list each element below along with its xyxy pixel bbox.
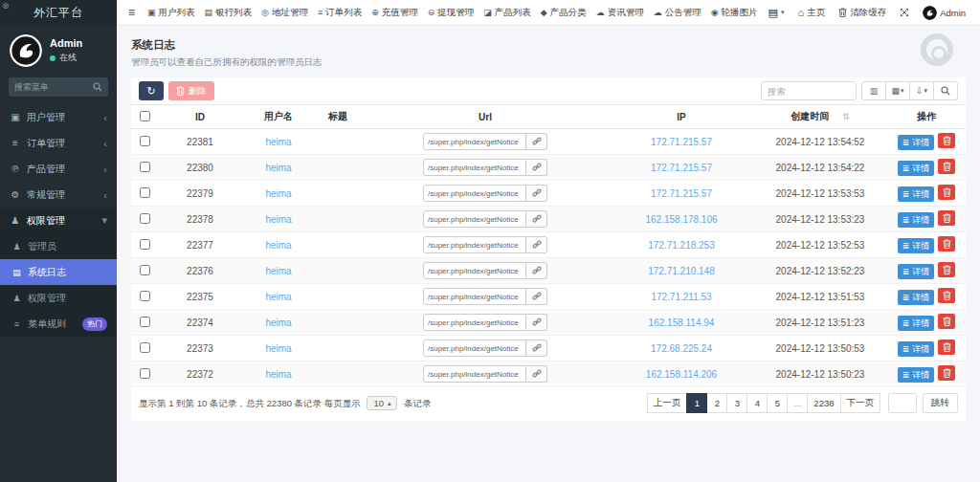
row-checkbox[interactable] xyxy=(140,213,150,224)
settings-gear-icon[interactable]: ⚙ xyxy=(973,0,980,26)
prev-page-button[interactable]: 上一页 xyxy=(647,393,688,413)
row-delete-button[interactable] xyxy=(938,133,955,148)
link-button[interactable] xyxy=(526,288,547,305)
ip-link[interactable]: 172.71.215.57 xyxy=(651,163,712,173)
url-input[interactable] xyxy=(423,133,526,150)
toggle-view-button[interactable]: ▥ xyxy=(861,81,886,100)
url-input[interactable] xyxy=(423,159,526,176)
row-delete-button[interactable] xyxy=(938,159,955,174)
delete-button[interactable]: 删除 xyxy=(168,81,214,100)
refresh-button[interactable]: ↻ xyxy=(139,81,164,100)
ip-link[interactable]: 172.71.210.148 xyxy=(648,266,715,276)
detail-button[interactable]: ≣详情 xyxy=(898,367,935,383)
page-button-1[interactable]: 1 xyxy=(686,393,707,413)
nav-item-product-category[interactable]: ◆ 产品分类 xyxy=(536,0,591,26)
username-link[interactable]: heima xyxy=(265,343,291,354)
link-button[interactable] xyxy=(526,365,547,383)
nav-item-address-management[interactable]: ◎ 地址管理 xyxy=(256,0,313,26)
sidebar-subitem-system-log[interactable]: ▤ 系统日志 xyxy=(0,259,117,285)
link-button[interactable] xyxy=(526,340,547,357)
row-checkbox[interactable] xyxy=(140,368,150,379)
username-link[interactable]: heima xyxy=(265,214,291,225)
ip-link[interactable]: 172.68.225.24 xyxy=(651,343,712,354)
nav-item-recharge-management[interactable]: ⊕ 充值管理 xyxy=(367,0,423,26)
sidebar-item-user-management[interactable]: ▣ 用户管理 ‹ xyxy=(0,104,117,130)
username-link[interactable]: heima xyxy=(265,369,291,380)
fullscreen-button[interactable] xyxy=(894,0,915,26)
ip-link[interactable]: 162.158.114.94 xyxy=(649,318,715,328)
hamburger-icon[interactable]: ≡ xyxy=(121,6,143,19)
page-button-3[interactable]: 3 xyxy=(726,393,747,413)
home-button[interactable]: ⌂主页 xyxy=(791,0,831,26)
sidebar-item-permission-management[interactable]: ♟ 权限管理 ▾ xyxy=(0,208,117,233)
link-button[interactable] xyxy=(526,210,547,228)
url-input[interactable] xyxy=(423,314,526,331)
row-checkbox[interactable] xyxy=(140,162,150,172)
row-delete-button[interactable] xyxy=(938,365,955,381)
ip-link[interactable]: 172.71.215.57 xyxy=(651,137,712,147)
per-page-select[interactable]: 10▴ xyxy=(367,396,397,410)
detail-button[interactable]: ≣详情 xyxy=(898,290,935,305)
url-input[interactable] xyxy=(423,288,526,305)
ip-link[interactable]: 172.71.215.57 xyxy=(651,188,712,199)
page-button-4[interactable]: 4 xyxy=(746,393,768,413)
col-created[interactable]: 创建时间⇅ xyxy=(753,105,887,129)
sidebar-subitem-permission-management-sub[interactable]: ♟ 权限管理 xyxy=(0,285,117,311)
clear-cache-button[interactable]: 清除缓存 xyxy=(833,0,892,26)
nav-item-announcement-management[interactable]: ☁ 公告管理 xyxy=(649,0,706,26)
ip-link[interactable]: 162.158.114.206 xyxy=(646,369,717,380)
detail-button[interactable]: ≣详情 xyxy=(898,316,935,331)
ip-link[interactable]: 172.71.218.253 xyxy=(648,240,715,251)
sidebar-item-order-management[interactable]: ≡ 订单管理 ‹ xyxy=(0,130,117,156)
row-delete-button[interactable] xyxy=(938,185,955,200)
row-checkbox[interactable] xyxy=(140,342,150,353)
nav-item-product-list[interactable]: ◪ 产品列表 xyxy=(479,0,536,26)
username-link[interactable]: heima xyxy=(265,137,291,147)
row-delete-button[interactable] xyxy=(938,340,955,355)
sidebar-search-input[interactable] xyxy=(14,82,93,92)
sidebar-item-general-management[interactable]: ⚙ 常规管理 ‹ xyxy=(0,182,117,208)
link-button[interactable] xyxy=(526,133,547,150)
row-delete-button[interactable] xyxy=(938,288,955,303)
link-button[interactable] xyxy=(526,262,547,279)
url-input[interactable] xyxy=(423,365,526,383)
page-button-2[interactable]: 2 xyxy=(706,393,727,413)
detail-button[interactable]: ≣详情 xyxy=(898,264,935,279)
link-button[interactable] xyxy=(526,314,547,331)
link-button[interactable] xyxy=(526,236,547,253)
table-search-input[interactable] xyxy=(761,81,857,100)
ip-link[interactable]: 162.158.178.106 xyxy=(645,214,717,225)
jump-page-input[interactable] xyxy=(888,393,917,413)
detail-button[interactable]: ≣详情 xyxy=(898,341,935,357)
nav-item-order-list[interactable]: ≡ 订单列表 xyxy=(313,0,367,26)
url-input[interactable] xyxy=(423,185,526,202)
row-checkbox[interactable] xyxy=(140,265,150,275)
detail-button[interactable]: ≣详情 xyxy=(898,135,935,150)
next-page-button[interactable]: 下一页 xyxy=(840,393,881,413)
username-link[interactable]: heima xyxy=(265,266,291,276)
nav-item-carousel-images[interactable]: ◉ 轮播图片 xyxy=(706,0,763,26)
nav-item-news-management[interactable]: ☁ 资讯管理 xyxy=(591,0,649,26)
page-button-2238[interactable]: 2238 xyxy=(807,393,840,413)
url-input[interactable] xyxy=(423,236,526,253)
row-checkbox[interactable] xyxy=(140,317,150,327)
username-link[interactable]: heima xyxy=(265,188,291,199)
link-button[interactable] xyxy=(526,185,547,202)
url-input[interactable] xyxy=(423,262,526,279)
user-menu[interactable]: Admin xyxy=(917,0,971,26)
row-delete-button[interactable] xyxy=(938,236,955,252)
detail-button[interactable]: ≣详情 xyxy=(898,161,935,176)
username-link[interactable]: heima xyxy=(265,292,291,302)
export-button[interactable]: ⇩▾ xyxy=(909,81,934,100)
ip-link[interactable]: 172.71.211.53 xyxy=(651,292,711,302)
username-link[interactable]: heima xyxy=(265,163,291,173)
username-link[interactable]: heima xyxy=(265,318,291,328)
select-all-checkbox[interactable] xyxy=(140,111,150,121)
row-checkbox[interactable] xyxy=(140,239,150,250)
row-checkbox[interactable] xyxy=(140,291,150,301)
row-delete-button[interactable] xyxy=(938,314,955,329)
columns-button[interactable]: ▦▾ xyxy=(885,81,910,100)
sidebar-pin-icon[interactable]: ⊗ xyxy=(2,1,10,11)
detail-button[interactable]: ≣详情 xyxy=(898,238,935,253)
url-input[interactable] xyxy=(423,340,526,357)
